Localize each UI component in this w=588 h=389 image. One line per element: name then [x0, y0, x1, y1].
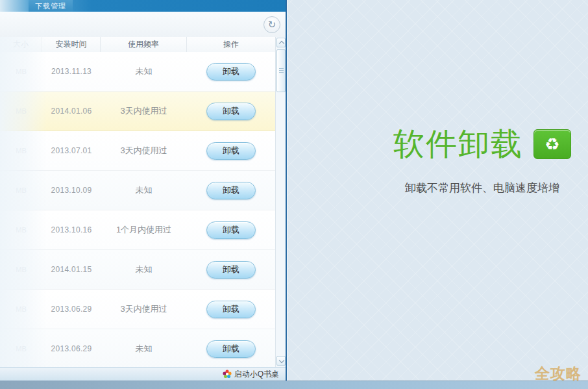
promo-title: 软件卸载 — [393, 123, 523, 165]
install-date-cell: 2013.06.29 — [42, 329, 101, 367]
scroll-up-button[interactable] — [276, 38, 286, 47]
usage-frequency-cell: 3天内使用过 — [101, 131, 187, 170]
table-row[interactable]: MB 2013.10.09 未知 卸载 — [0, 171, 275, 210]
install-date-cell: 2013.06.29 — [42, 290, 101, 329]
size-cell: MB — [0, 210, 42, 249]
bottom-band — [0, 381, 588, 389]
uninstall-button[interactable]: 卸载 — [206, 301, 256, 318]
titlebar: 下载管理 — [0, 0, 286, 12]
thumb-grip-icon — [279, 68, 284, 69]
action-cell: 卸载 — [187, 52, 275, 91]
table-row[interactable]: MB 2014.01.15 未知 卸载 — [0, 250, 275, 290]
uninstall-button[interactable]: 卸载 — [206, 261, 256, 279]
promo-title-row: 软件卸载 ♻ — [386, 123, 579, 165]
action-cell: 卸载 — [187, 210, 275, 249]
promo-panel: 软件卸载 ♻ 卸载不常用软件、电脑速度培增 — [286, 0, 588, 381]
size-cell: MB — [0, 52, 42, 91]
size-cell: MB — [0, 131, 42, 170]
screenshot-root: 下载管理 ↻ 大小 安装时间 使用频率 操作 MB 2013.11.13 未知 … — [0, 0, 588, 389]
statusbar: 启动小Q书桌 — [0, 367, 286, 381]
chevron-up-icon — [279, 41, 284, 46]
usage-frequency-cell: 未知 — [101, 329, 187, 367]
action-cell: 卸载 — [187, 250, 275, 289]
usage-frequency-cell: 未知 — [101, 171, 187, 210]
usage-frequency-cell: 未知 — [101, 250, 187, 289]
size-cell: MB — [0, 92, 42, 131]
recycle-bin-icon: ♻ — [533, 129, 571, 159]
header-size: 大小 — [0, 37, 42, 52]
size-cell: MB — [0, 250, 42, 289]
install-date-cell: 2014.01.15 — [42, 250, 101, 289]
install-date-cell: 2013.11.13 — [42, 52, 101, 91]
scrollbar[interactable] — [275, 37, 286, 367]
tab-download-manager[interactable]: 下载管理 — [29, 0, 73, 12]
qdesk-flower-icon — [223, 370, 232, 379]
header-action: 操作 — [187, 37, 275, 52]
uninstall-button[interactable]: 卸载 — [206, 103, 256, 120]
install-date-cell: 2013.10.09 — [42, 171, 101, 210]
install-date-cell: 2014.01.06 — [42, 92, 101, 131]
usage-frequency-cell: 3天内使用过 — [101, 92, 187, 131]
uninstall-button[interactable]: 卸载 — [206, 340, 256, 358]
action-cell: 卸载 — [187, 290, 275, 329]
action-cell: 卸载 — [187, 329, 275, 367]
uninstall-button[interactable]: 卸载 — [206, 182, 256, 199]
install-date-cell: 2013.10.16 — [42, 210, 101, 249]
chevron-down-icon — [279, 358, 284, 363]
usage-frequency-cell: 3天内使用过 — [101, 290, 187, 329]
scrollbar-thumb[interactable] — [276, 49, 286, 92]
size-cell: MB — [0, 171, 42, 210]
toolbar: ↻ — [0, 12, 286, 38]
refresh-icon: ↻ — [268, 19, 276, 29]
scroll-down-button[interactable] — [276, 356, 286, 366]
tab-label: 下载管理 — [35, 1, 66, 11]
table-row[interactable]: MB 2013.11.13 未知 卸载 — [0, 52, 275, 92]
table-row[interactable]: MB 2013.10.16 1个月内使用过 卸载 — [0, 210, 275, 250]
table-row[interactable]: MB 2013.06.29 未知 卸载 — [0, 329, 275, 367]
table-header: 大小 安装时间 使用频率 操作 — [0, 37, 275, 53]
table-row[interactable]: MB 2013.07.01 3天内使用过 卸载 — [0, 131, 275, 171]
table-row[interactable]: MB 2014.01.06 3天内使用过 卸载 — [0, 92, 275, 131]
launch-qdesk-link[interactable]: 启动小Q书桌 — [234, 369, 279, 380]
uninstall-button[interactable]: 卸载 — [206, 142, 256, 160]
size-cell: MB — [0, 329, 42, 367]
uninstaller-window: 下载管理 ↻ 大小 安装时间 使用频率 操作 MB 2013.11.13 未知 … — [0, 0, 286, 381]
refresh-button[interactable]: ↻ — [263, 16, 280, 33]
action-cell: 卸载 — [187, 92, 275, 131]
uninstall-button[interactable]: 卸载 — [206, 221, 256, 239]
promo-block: 软件卸载 ♻ 卸载不常用软件、电脑速度培增 — [386, 123, 579, 195]
table-row[interactable]: MB 2013.06.29 3天内使用过 卸载 — [0, 290, 275, 329]
usage-frequency-cell: 未知 — [101, 52, 187, 91]
watermark: 全攻略 — [535, 364, 582, 384]
recycle-icon: ♻ — [545, 136, 559, 153]
header-usage-frequency: 使用频率 — [101, 37, 187, 52]
header-install-date: 安装时间 — [42, 37, 101, 52]
action-cell: 卸载 — [187, 171, 275, 210]
install-date-cell: 2013.07.01 — [42, 131, 101, 170]
table-body: MB 2013.11.13 未知 卸载 MB 2014.01.06 3天内使用过… — [0, 52, 275, 367]
uninstall-button[interactable]: 卸载 — [206, 63, 256, 81]
size-cell: MB — [0, 290, 42, 329]
action-cell: 卸载 — [187, 131, 275, 170]
promo-subtitle: 卸载不常用软件、电脑速度培增 — [386, 181, 579, 195]
usage-frequency-cell: 1个月内使用过 — [101, 210, 187, 249]
